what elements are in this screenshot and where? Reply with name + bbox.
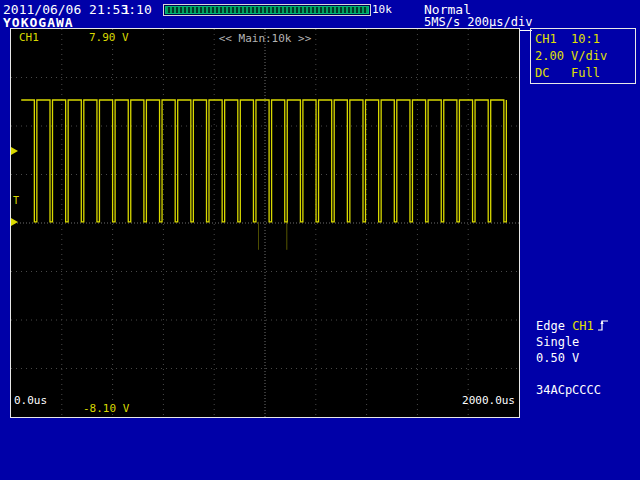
waveform-screen: CH1 7.90 V << Main:10k >> 0.0us -8.10 V … bbox=[10, 28, 520, 418]
channel1-position-marker-icon bbox=[11, 147, 18, 155]
channel-settings-panel: CH1 10:1 2.00 V/div DC Full bbox=[530, 28, 636, 84]
coupling-bandwidth-setting: DC Full bbox=[535, 65, 631, 82]
trigger-mode-setting: Single bbox=[536, 334, 609, 350]
trigger-type-row: Edge CH1 bbox=[536, 318, 609, 334]
main-record-label: << Main:10k >> bbox=[219, 33, 312, 44]
trigger-settings-panel: Edge CH1 Single 0.50 V bbox=[536, 318, 609, 366]
trigger-type-label: Edge bbox=[536, 319, 565, 333]
status-code: 34ACpCCCC bbox=[536, 384, 601, 396]
channel-measurement: 7.90 V bbox=[89, 32, 129, 43]
acquisition-count: 1 bbox=[122, 3, 130, 16]
waveform-plot bbox=[11, 29, 519, 417]
volts-per-div-setting: 2.00 V/div bbox=[535, 48, 631, 65]
time-end-label: 2000.0us bbox=[462, 395, 515, 406]
trigger-level-setting: 0.50 V bbox=[536, 350, 609, 366]
trigger-source-label: CH1 bbox=[572, 319, 594, 333]
rising-edge-icon bbox=[597, 318, 609, 332]
channel-probe-setting: CH1 10:1 bbox=[535, 31, 631, 48]
oscilloscope-display: 2011/06/06 21:53:10 1 10k Normal YOKOGAW… bbox=[0, 0, 640, 480]
level-readout: -8.10 V bbox=[83, 403, 129, 414]
memory-length-label: 10k bbox=[372, 4, 392, 15]
time-start-label: 0.0us bbox=[14, 395, 47, 406]
channel-label: CH1 bbox=[19, 32, 39, 43]
trigger-level-marker-icon: T bbox=[13, 196, 19, 206]
ground-level-marker-icon bbox=[11, 218, 18, 226]
memory-gauge bbox=[163, 4, 371, 16]
memory-gauge-fill bbox=[165, 6, 369, 14]
